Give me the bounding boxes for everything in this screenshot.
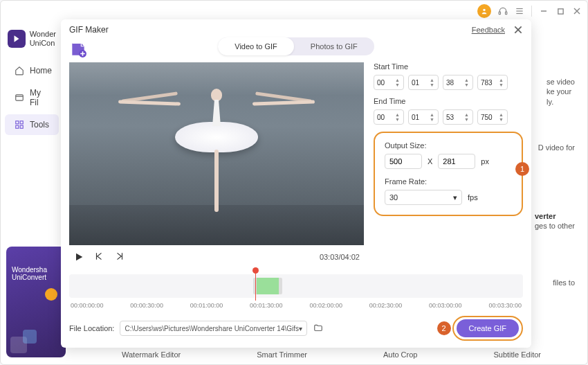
video-preview[interactable] <box>69 62 364 245</box>
timeline-ruler: 00:00:00:00 00:00:30:00 00:01:00:00 00:0… <box>69 301 523 313</box>
brand-line2: UniCon <box>30 39 56 48</box>
player-controls: 03:03/04:02 <box>69 245 364 269</box>
files-icon <box>15 93 24 103</box>
nav-home[interactable]: Home <box>5 60 59 81</box>
logo-icon <box>8 30 26 48</box>
frame-rate-label: Frame Rate: <box>385 177 512 186</box>
timeline-track[interactable] <box>69 274 523 298</box>
start-ss[interactable]: 38▲▼ <box>443 75 473 90</box>
svg-rect-10 <box>16 95 24 100</box>
headset-icon[interactable] <box>498 6 508 16</box>
nav-label: Home <box>30 66 52 75</box>
home-icon <box>15 66 24 75</box>
play-button[interactable] <box>73 251 84 262</box>
svg-rect-13 <box>16 126 19 129</box>
bg-text: ges to other <box>535 221 575 231</box>
annotation-badge-1: 1 <box>515 162 529 176</box>
svg-rect-11 <box>16 121 19 124</box>
tool-label[interactable]: Subtitle Editor <box>493 350 540 359</box>
nav-label: Tools <box>30 120 49 130</box>
tab-video-to-gif[interactable]: Video to GIF <box>218 37 294 55</box>
chevron-down-icon: ▾ <box>299 325 302 332</box>
end-ss[interactable]: 53▲▼ <box>443 109 473 125</box>
chevron-down-icon: ▾ <box>453 193 457 202</box>
bg-text: ly. <box>546 97 575 107</box>
svg-rect-12 <box>20 121 23 124</box>
timeline: 00:00:00:00 00:00:30:00 00:01:00:00 00:0… <box>61 273 531 313</box>
bottom-tools-row: Watermark Editor Smart Trimmer Auto Crop… <box>84 350 579 359</box>
start-hh[interactable]: 00▲▼ <box>374 75 404 90</box>
brand-line1: Wonder <box>30 30 56 39</box>
modal-title: GIF Maker <box>69 25 109 35</box>
size-separator: X <box>428 157 432 166</box>
gif-maker-modal: GIF Maker Feedback Video to GIF Photos t… <box>61 19 531 348</box>
frame-rate-select[interactable]: 30▾ <box>385 190 462 205</box>
next-frame-button[interactable] <box>115 251 126 262</box>
tools-icon <box>15 120 24 130</box>
start-ms[interactable]: 783▲▼ <box>477 75 508 90</box>
tool-label[interactable]: Auto Crop <box>383 350 418 359</box>
promo-line1: Wondersha <box>12 266 60 274</box>
nav-label: My Fil <box>30 88 49 107</box>
feedback-link[interactable]: Feedback <box>472 26 505 34</box>
svg-rect-2 <box>506 12 507 15</box>
annotation-badge-2: 2 <box>437 321 451 335</box>
bg-text: ke your <box>546 87 575 96</box>
bg-text: verter <box>535 211 575 221</box>
playhead[interactable] <box>255 270 256 301</box>
tool-label[interactable]: Watermark Editor <box>122 350 181 359</box>
nav-tools[interactable]: Tools <box>5 114 59 135</box>
svg-rect-1 <box>499 12 500 15</box>
size-unit: px <box>481 157 489 166</box>
close-button[interactable] <box>572 6 582 16</box>
output-size-label: Output Size: <box>385 141 512 150</box>
file-location-value: C:\Users\ws\Pictures\Wondershare UniConv… <box>125 325 299 332</box>
end-time-label: End Time <box>374 97 523 105</box>
app-logo: WonderUniCon <box>1 27 63 59</box>
nav-myfiles[interactable]: My Fil <box>5 82 59 113</box>
minimize-button[interactable] <box>539 6 549 16</box>
end-time-row: 00▲▼ 01▲▼ 53▲▼ 750▲▼ <box>374 109 523 125</box>
svg-rect-14 <box>20 126 23 129</box>
svg-rect-7 <box>558 8 562 13</box>
file-location-label: File Location: <box>69 324 114 332</box>
start-time-row: 00▲▼ 01▲▼ 38▲▼ 783▲▼ <box>374 75 523 90</box>
add-media-button[interactable] <box>69 40 87 58</box>
user-avatar[interactable] <box>477 4 491 18</box>
create-gif-highlight: 2 Create GIF <box>452 316 523 341</box>
file-location-field[interactable]: C:\Users\ws\Pictures\Wondershare UniConv… <box>120 321 307 336</box>
prev-frame-button[interactable] <box>94 251 105 262</box>
output-height-input[interactable] <box>438 154 475 169</box>
end-mm[interactable]: 01▲▼ <box>408 109 439 125</box>
bg-text: files to <box>553 278 575 287</box>
output-width-input[interactable] <box>385 154 422 169</box>
selection-clip[interactable] <box>253 278 283 294</box>
main-titlebar <box>1 1 587 21</box>
time-display: 03:03/04:02 <box>320 253 360 261</box>
start-mm[interactable]: 01▲▼ <box>408 75 439 90</box>
create-gif-button[interactable]: Create GIF <box>457 319 519 337</box>
bg-text: D video for <box>538 143 575 152</box>
end-hh[interactable]: 00▲▼ <box>374 109 404 125</box>
output-settings-box: 1 Output Size: X px Frame Rate: 30▾ fps <box>374 132 523 216</box>
bg-text: se video <box>546 77 575 87</box>
fps-unit: fps <box>468 193 478 202</box>
end-ms[interactable]: 750▲▼ <box>477 109 508 125</box>
close-icon[interactable] <box>513 25 523 35</box>
maximize-button[interactable] <box>555 6 565 16</box>
open-folder-button[interactable] <box>313 323 324 333</box>
tab-photos-to-gif[interactable]: Photos to GIF <box>294 37 374 55</box>
menu-icon[interactable] <box>515 6 524 16</box>
start-time-label: Start Time <box>374 62 523 71</box>
promo-line2: UniConvert <box>12 274 60 281</box>
tool-label[interactable]: Smart Trimmer <box>257 350 307 359</box>
promo-card[interactable]: Wondersha UniConvert <box>6 247 66 357</box>
music-icon <box>45 288 57 301</box>
svg-point-0 <box>483 9 485 11</box>
mode-tabs: Video to GIF Photos to GIF <box>218 37 374 55</box>
